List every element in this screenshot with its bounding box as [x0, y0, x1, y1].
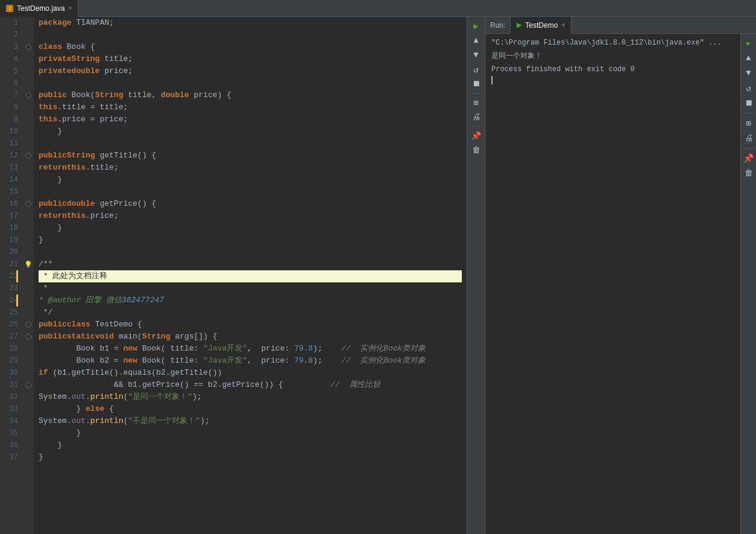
gutter-row-13 [23, 162, 34, 174]
line-number-31: 31 [5, 379, 18, 391]
run-sep1 [743, 113, 755, 113]
code-line-17[interactable]: return this.price; [39, 210, 462, 222]
line-number-7: 7 [5, 89, 18, 101]
pin-button[interactable]: 📌 [470, 129, 483, 142]
line-number-28: 28 [5, 343, 18, 355]
run-tab-testdemo[interactable]: ▶ TestDemo × [511, 17, 572, 34]
code-line-9[interactable]: this.price = price; [39, 113, 462, 126]
line-number-5: 5 [5, 65, 18, 77]
line-number-35: 35 [5, 427, 18, 439]
line-number-20: 20 [5, 246, 18, 258]
rerun-button[interactable]: ↺ [470, 63, 483, 76]
up-button[interactable]: ▲ [470, 34, 483, 47]
code-line-21[interactable]: /** [39, 258, 462, 270]
line-number-3: 3 [5, 41, 18, 53]
gutter-row-7 [23, 89, 34, 101]
run-tab-icon: ▶ [517, 21, 521, 29]
code-line-19[interactable]: } [39, 234, 462, 246]
code-line-32[interactable]: System.out.println("是同一个对象！"); [39, 391, 462, 403]
run-panel-print-btn[interactable]: 🖨 [742, 132, 755, 145]
code-line-5[interactable]: private double price; [39, 65, 462, 77]
run-sep2 [743, 148, 755, 148]
code-line-6[interactable] [39, 77, 462, 89]
code-line-31[interactable]: && b1.getPrice() == b2.getPrice()) { // … [39, 379, 462, 391]
gutter-row-25 [23, 307, 34, 319]
line-number-11: 11 [5, 138, 18, 150]
line-number-9: 9 [5, 113, 18, 126]
editor-tab-testdemo[interactable]: J TestDemo.java × [0, 0, 78, 17]
line-number-22: 22 [5, 270, 18, 282]
code-line-35[interactable]: } [39, 427, 462, 439]
code-line-18[interactable]: } [39, 222, 462, 234]
code-area[interactable]: 1234567891011121314151617181920212223242… [0, 17, 467, 534]
code-line-27[interactable]: public static void main(String args[]) { [39, 331, 462, 343]
code-line-15[interactable] [39, 186, 462, 198]
code-line-3[interactable]: class Book { [39, 41, 462, 53]
run-button[interactable]: ▶ [470, 19, 483, 33]
code-line-22[interactable]: * 此处为文档注释 [39, 270, 462, 282]
tab-bar: J TestDemo.java × [0, 0, 756, 17]
run-panel-stop-btn[interactable]: ⏹ [742, 97, 755, 110]
run-panel-trash-btn[interactable]: 🗑 [742, 167, 755, 180]
line-number-32: 32 [5, 391, 18, 403]
line-number-33: 33 [5, 403, 18, 415]
run-panel-down-btn[interactable]: ▼ [742, 66, 755, 80]
gutter-row-15 [23, 186, 34, 198]
code-line-26[interactable]: public class TestDemo { [39, 319, 462, 331]
run-panel-coverage-btn[interactable]: ⊞ [742, 116, 755, 130]
code-line-8[interactable]: this.title = title; [39, 101, 462, 113]
run-panel-run-btn[interactable]: ▶ [742, 36, 755, 49]
gutter-row-18 [23, 222, 34, 234]
code-line-1[interactable]: package TIANPAN; [39, 17, 462, 29]
code-line-29[interactable]: Book b2 = new Book( title: "Java开发", pri… [39, 355, 462, 367]
run-panel-pin-btn[interactable]: 📌 [742, 151, 755, 165]
line-number-25: 25 [5, 307, 18, 319]
stop-button[interactable]: ⏹ [470, 77, 483, 91]
down-button[interactable]: ▼ [470, 48, 483, 62]
run-tab-label: TestDemo [525, 21, 558, 30]
code-line-7[interactable]: public Book(String title, double price) … [39, 89, 462, 101]
code-line-34[interactable]: System.out.println("不是同一个对象！"); [39, 415, 462, 427]
code-line-14[interactable]: } [39, 174, 462, 186]
code-line-37[interactable]: } [39, 451, 462, 463]
run-output-cursor [491, 75, 734, 86]
code-line-13[interactable]: return this.title; [39, 162, 462, 174]
code-line-23[interactable]: * [39, 282, 462, 294]
gutter-row-22 [23, 270, 34, 282]
code-line-16[interactable]: public double getPrice() { [39, 198, 462, 210]
code-line-36[interactable]: } [39, 439, 462, 451]
trash-button[interactable]: 🗑 [470, 144, 483, 157]
gutter-row-23 [23, 282, 34, 294]
code-line-28[interactable]: Book b1 = new Book( title: "Java开发", pri… [39, 343, 462, 355]
run-panel-up-btn[interactable]: ▲ [742, 51, 755, 65]
run-label: Run: [485, 17, 511, 34]
line-number-34: 34 [5, 415, 18, 427]
line-number-26: ▶26 [5, 319, 18, 331]
code-line-10[interactable]: } [39, 126, 462, 138]
gutter-row-36 [23, 439, 34, 451]
code-line-20[interactable] [39, 246, 462, 258]
code-line-4[interactable]: private String title; [39, 53, 462, 65]
code-line-12[interactable]: public String getTitle() { [39, 150, 462, 162]
line-number-27: ▶27 [5, 331, 18, 343]
code-line-2[interactable] [39, 29, 462, 41]
code-content[interactable]: package TIANPAN; class Book { private St… [34, 17, 467, 534]
run-tab-close[interactable]: × [561, 22, 565, 28]
code-line-11[interactable] [39, 138, 462, 150]
print-button[interactable]: 🖨 [470, 110, 483, 124]
code-line-33[interactable]: } else { [39, 403, 462, 415]
coverage-button[interactable]: ⊞ [470, 96, 483, 109]
code-line-30[interactable]: if (b1.getTitle().equals(b2.getTitle()) [39, 367, 462, 379]
gutter-row-11 [23, 138, 34, 150]
gutter-row-3 [23, 41, 34, 53]
line-number-16: 16 [5, 198, 18, 210]
gutter-row-35 [23, 427, 34, 439]
code-line-25[interactable]: */ [39, 307, 462, 319]
run-output: "C:\Program Files\Java\jdk1.8.0_112\bin\… [485, 34, 740, 534]
run-panel-rerun-btn[interactable]: ↺ [742, 81, 755, 95]
run-tab-bar: Run: ▶ TestDemo × [485, 17, 756, 34]
gutter-row-8 [23, 101, 34, 113]
editor-tab-close[interactable]: × [68, 5, 72, 11]
code-line-24[interactable]: * @author 田擎 微信382477247 [39, 294, 462, 307]
line-number-21: 21 [5, 258, 18, 270]
